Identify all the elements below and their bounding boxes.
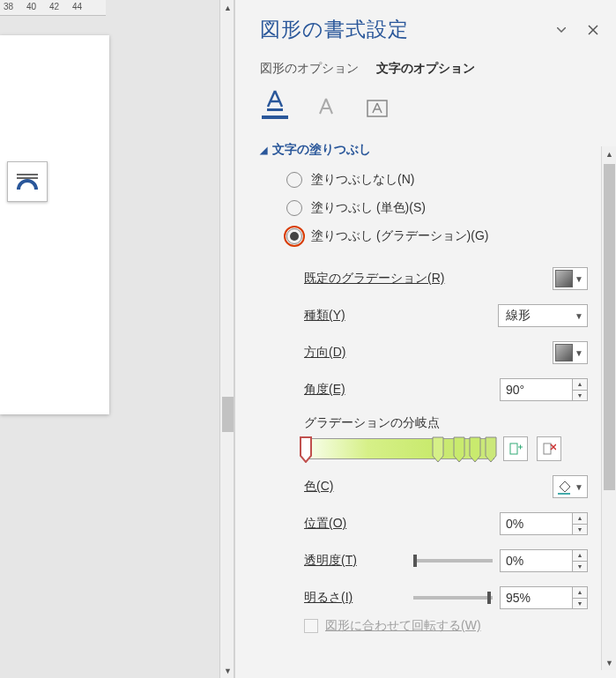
radio-icon <box>286 172 302 188</box>
gradient-stop[interactable] <box>469 436 481 463</box>
svg-rect-5 <box>544 443 551 454</box>
spin-down[interactable]: ▼ <box>572 598 588 610</box>
panel-options-button[interactable] <box>551 19 572 41</box>
spin-up[interactable]: ▲ <box>572 549 588 561</box>
scroll-up-icon[interactable]: ▲ <box>602 146 616 161</box>
gradient-stop[interactable] <box>432 436 444 463</box>
svg-rect-3 <box>367 101 387 116</box>
radio-icon <box>286 200 302 216</box>
radio-icon <box>286 228 302 244</box>
brightness-spinner[interactable]: ▲▼ <box>500 586 588 609</box>
scrollbar-thumb[interactable] <box>604 164 615 490</box>
add-stop-button[interactable] <box>503 436 528 461</box>
transparency-input[interactable] <box>500 549 572 572</box>
swatch-icon <box>555 270 573 287</box>
angle-input[interactable] <box>500 378 572 401</box>
gradient-stop[interactable] <box>300 436 312 463</box>
textbox-icon <box>367 100 388 119</box>
close-button[interactable] <box>583 19 604 41</box>
document-page <box>0 35 109 414</box>
transparency-label: 透明度(T) <box>304 553 406 569</box>
svg-rect-4 <box>510 443 517 454</box>
document-scrollbar[interactable]: ▲ ▼ <box>219 0 234 678</box>
paint-bucket-icon <box>555 478 573 495</box>
svg-rect-6 <box>558 493 570 495</box>
remove-stop-icon <box>542 442 556 456</box>
checkbox-icon <box>304 619 318 633</box>
chevron-down-icon: ▼ <box>573 348 585 358</box>
chevron-down-icon: ▼ <box>573 311 585 321</box>
svg-rect-2 <box>267 108 283 111</box>
scroll-up-icon[interactable]: ▲ <box>220 0 235 15</box>
format-shape-panel: 図形の書式設定 図形のオプション 文字のオプション <box>234 0 616 678</box>
position-input[interactable] <box>500 512 572 535</box>
type-label: 種類(Y) <box>304 308 498 324</box>
scroll-down-icon[interactable]: ▼ <box>220 663 235 678</box>
color-label: 色(C) <box>304 479 553 495</box>
tab-text-options[interactable]: 文字のオプション <box>376 61 475 77</box>
brightness-label: 明るさ(I) <box>304 590 406 606</box>
rotate-with-shape-checkbox: 図形に合わせて回転する(W) <box>260 609 602 634</box>
panel-title: 図形の書式設定 <box>260 16 540 43</box>
radio-solid-fill[interactable]: 塗りつぶし (単色)(S) <box>286 200 602 216</box>
textbox-tab[interactable] <box>364 89 390 119</box>
position-spinner[interactable]: ▲▼ <box>500 512 588 535</box>
svg-rect-0 <box>17 174 38 175</box>
gradient-stop[interactable] <box>485 436 497 463</box>
preset-gradient-label: 既定のグラデーション(R) <box>304 271 553 287</box>
brightness-slider[interactable] <box>413 596 493 600</box>
add-stop-icon <box>508 442 523 456</box>
tab-shape-options[interactable]: 図形のオプション <box>260 61 359 77</box>
radio-no-fill[interactable]: 塗りつぶしなし(N) <box>286 172 602 188</box>
text-fill-outline-tab[interactable] <box>262 89 288 119</box>
direction-dropdown[interactable]: ▼ <box>553 341 588 364</box>
angle-spinner[interactable]: ▲▼ <box>500 378 588 401</box>
spin-down[interactable]: ▼ <box>572 561 588 573</box>
section-text-fill[interactable]: ◢ 文字の塗りつぶし <box>260 142 602 158</box>
transparency-slider[interactable] <box>413 559 493 563</box>
collapse-icon: ◢ <box>260 145 267 156</box>
gradient-stops-bar[interactable] <box>304 438 494 459</box>
horizontal-ruler: 38 40 42 44 <box>0 0 106 16</box>
text-fill-icon <box>265 89 285 112</box>
direction-label: 方向(D) <box>304 345 553 361</box>
preset-gradient-dropdown[interactable]: ▼ <box>553 267 588 290</box>
close-icon <box>588 25 598 35</box>
spin-up[interactable]: ▲ <box>572 586 588 598</box>
scroll-down-icon[interactable]: ▼ <box>602 655 616 670</box>
gradient-stops-label: グラデーションの分岐点 <box>304 415 588 431</box>
brightness-input[interactable] <box>500 586 572 609</box>
color-dropdown[interactable]: ▼ <box>553 475 588 498</box>
transparency-spinner[interactable]: ▲▼ <box>500 549 588 572</box>
chevron-down-icon: ▼ <box>573 482 585 492</box>
remove-stop-button[interactable] <box>537 436 561 461</box>
spin-down[interactable]: ▼ <box>572 390 588 402</box>
type-dropdown[interactable]: 線形 ▼ <box>498 304 588 327</box>
swatch-icon <box>555 344 573 361</box>
panel-scrollbar[interactable]: ▲ ▼ <box>601 146 616 670</box>
angle-label: 角度(E) <box>304 382 500 398</box>
position-label: 位置(O) <box>304 516 493 532</box>
spin-up[interactable]: ▲ <box>572 378 588 390</box>
text-effects-icon <box>316 96 336 119</box>
spin-down[interactable]: ▼ <box>572 524 588 536</box>
radio-gradient-fill[interactable]: 塗りつぶし (グラデーション)(G) <box>286 228 602 244</box>
chevron-down-icon: ▼ <box>573 274 585 284</box>
spin-up[interactable]: ▲ <box>572 512 588 524</box>
layout-options-button[interactable] <box>7 161 48 202</box>
document-area <box>0 16 219 678</box>
scrollbar-thumb[interactable] <box>222 397 234 432</box>
text-effects-tab[interactable] <box>313 89 339 119</box>
svg-rect-1 <box>17 177 38 179</box>
wrap-text-icon <box>14 170 41 193</box>
gradient-stop[interactable] <box>453 436 465 463</box>
chevron-down-icon <box>557 27 566 33</box>
